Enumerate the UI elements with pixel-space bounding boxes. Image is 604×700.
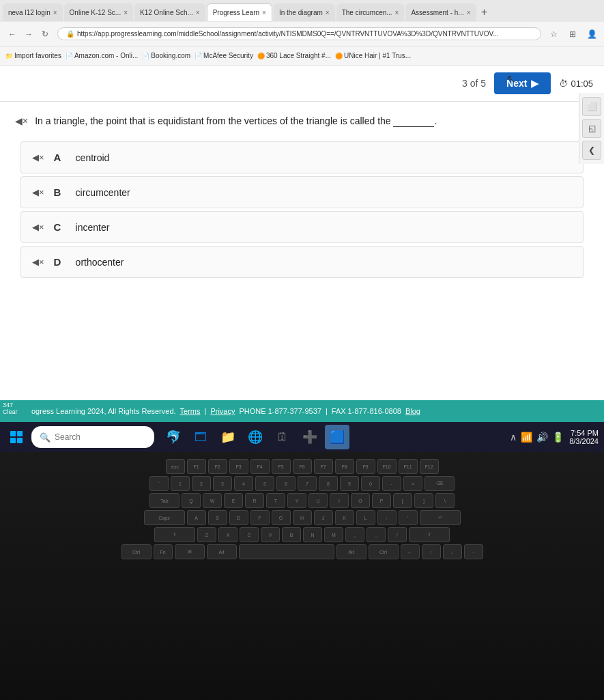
key-arrow-right[interactable]: → bbox=[464, 544, 483, 559]
key-y[interactable]: Y bbox=[287, 493, 306, 508]
tab-in-diagram[interactable]: In the diagram × bbox=[274, 3, 335, 21]
key-r[interactable]: R bbox=[245, 493, 264, 508]
key-s[interactable]: S bbox=[208, 510, 227, 525]
key-a[interactable]: A bbox=[187, 510, 206, 525]
taskbar-app-6[interactable]: ➕ bbox=[298, 425, 322, 449]
key-f6[interactable]: F6 bbox=[293, 459, 312, 474]
key-u[interactable]: U bbox=[308, 493, 328, 508]
taskbar-search-input[interactable] bbox=[55, 432, 143, 442]
key-ctrl-right[interactable]: Ctrl bbox=[369, 544, 399, 559]
start-button[interactable] bbox=[5, 426, 27, 448]
key-f9[interactable]: F9 bbox=[356, 459, 375, 474]
key-period[interactable]: . bbox=[366, 527, 386, 542]
key-f1[interactable]: F1 bbox=[187, 459, 206, 474]
option-b[interactable]: ◀× B circumcenter bbox=[20, 176, 584, 208]
key-slash[interactable]: / bbox=[388, 527, 407, 542]
key-7[interactable]: 7 bbox=[298, 476, 317, 491]
key-arrow-down[interactable]: ↓ bbox=[443, 544, 462, 559]
key-j[interactable]: J bbox=[314, 510, 333, 525]
tab-close-icon[interactable]: × bbox=[124, 9, 128, 16]
key-ctrl-left[interactable]: Ctrl bbox=[121, 544, 152, 559]
tab-close-icon[interactable]: × bbox=[262, 9, 266, 16]
key-f3[interactable]: F3 bbox=[229, 459, 248, 474]
back-button[interactable]: ← bbox=[5, 27, 19, 41]
key-c[interactable]: C bbox=[240, 527, 259, 542]
key-backspace[interactable]: ⌫ bbox=[425, 476, 455, 491]
key-e[interactable]: E bbox=[224, 493, 243, 508]
key-8[interactable]: 8 bbox=[319, 476, 338, 491]
key-n[interactable]: N bbox=[303, 527, 322, 542]
taskbar-search-box[interactable]: 🔍 bbox=[31, 426, 154, 448]
bookmark-unice[interactable]: 🟠 UNice Hair | #1 Trus... bbox=[335, 52, 411, 59]
option-d[interactable]: ◀× D orthocenter bbox=[20, 246, 584, 278]
highlighted-app[interactable]: 🟦 bbox=[325, 425, 349, 449]
key-alt-right[interactable]: Alt bbox=[336, 544, 366, 559]
key-enter[interactable]: ⏎ bbox=[420, 510, 461, 525]
tab-close-icon[interactable]: × bbox=[196, 9, 200, 16]
refresh-button[interactable]: ↻ bbox=[38, 27, 52, 41]
key-6[interactable]: 6 bbox=[276, 476, 296, 491]
tray-chevron-icon[interactable]: ∧ bbox=[510, 432, 517, 443]
sidebar-tool-2[interactable]: ◱ bbox=[582, 119, 601, 138]
tray-battery-icon[interactable]: 🔋 bbox=[552, 432, 564, 443]
key-f4[interactable]: F4 bbox=[250, 459, 270, 474]
key-f12[interactable]: F12 bbox=[420, 459, 439, 474]
profile-button[interactable]: 👤 bbox=[585, 27, 599, 41]
key-t[interactable]: T bbox=[266, 493, 285, 508]
key-1[interactable]: 1 bbox=[171, 476, 190, 491]
key-minus[interactable]: - bbox=[382, 476, 401, 491]
key-tab[interactable]: Tab bbox=[149, 493, 179, 508]
key-i[interactable]: I bbox=[330, 493, 349, 508]
next-button[interactable]: Next ▶ bbox=[494, 72, 551, 94]
taskbar-app-3[interactable]: 📁 bbox=[216, 425, 240, 449]
key-f11[interactable]: F11 bbox=[399, 459, 418, 474]
key-comma[interactable]: , bbox=[345, 527, 364, 542]
tab-online-k12[interactable]: Online K-12 Sc... × bbox=[64, 3, 133, 21]
key-4[interactable]: 4 bbox=[234, 476, 253, 491]
bookmark-amazon[interactable]: 📄 Amazon.com - Onli... bbox=[66, 52, 138, 59]
extensions-button[interactable]: ⊞ bbox=[566, 27, 579, 41]
key-9[interactable]: 9 bbox=[340, 476, 359, 491]
tab-close-icon[interactable]: × bbox=[53, 9, 57, 16]
key-f5[interactable]: F5 bbox=[272, 459, 291, 474]
footer-privacy-link[interactable]: Privacy bbox=[210, 407, 235, 415]
taskbar-app-2[interactable]: 🗔 bbox=[188, 425, 213, 449]
option-a-speaker-button[interactable]: ◀× bbox=[32, 152, 44, 163]
footer-terms-link[interactable]: Terms bbox=[180, 407, 201, 415]
address-bar[interactable]: 🔒 https://app.progresslearning.com/middl… bbox=[57, 27, 541, 40]
tab-close-icon[interactable]: × bbox=[395, 9, 399, 16]
tab-k12-online[interactable]: K12 Online Sch... × bbox=[134, 3, 205, 21]
option-c[interactable]: ◀× C incenter bbox=[20, 211, 584, 243]
taskbar-app-1[interactable]: 🐬 bbox=[161, 425, 186, 449]
key-z[interactable]: Z bbox=[197, 527, 216, 542]
tab-circumcenter[interactable]: The circumcen... × bbox=[336, 3, 405, 21]
option-a[interactable]: ◀× A centroid bbox=[20, 141, 584, 173]
key-arrow-left[interactable]: ← bbox=[401, 544, 420, 559]
key-q[interactable]: Q bbox=[182, 493, 201, 508]
tab-assessment[interactable]: Assessment - h... × bbox=[405, 3, 476, 21]
key-f7[interactable]: F7 bbox=[314, 459, 333, 474]
key-2[interactable]: 2 bbox=[192, 476, 211, 491]
tab-progress-learn[interactable]: Progress Learn × bbox=[207, 3, 272, 21]
key-p[interactable]: P bbox=[372, 493, 391, 508]
tray-network-icon[interactable]: 📶 bbox=[521, 432, 532, 443]
tab-nova[interactable]: neva l12 login × bbox=[3, 3, 63, 21]
key-w[interactable]: W bbox=[203, 493, 222, 508]
key-0[interactable]: 0 bbox=[361, 476, 380, 491]
tab-close-icon[interactable]: × bbox=[326, 9, 330, 16]
sidebar-tool-3[interactable]: ❮ bbox=[582, 141, 601, 160]
key-quote[interactable]: ' bbox=[399, 510, 418, 525]
key-shift-left[interactable]: ⇧ bbox=[154, 527, 195, 542]
key-o[interactable]: O bbox=[351, 493, 370, 508]
key-b[interactable]: B bbox=[282, 527, 301, 542]
key-arrow-up[interactable]: ↑ bbox=[422, 544, 441, 559]
new-tab-button[interactable]: + bbox=[478, 5, 491, 19]
key-5[interactable]: 5 bbox=[255, 476, 274, 491]
key-f[interactable]: F bbox=[250, 510, 270, 525]
key-x[interactable]: X bbox=[218, 527, 238, 542]
footer-blog-link[interactable]: Blog bbox=[405, 407, 420, 415]
bookmark-360lace[interactable]: 🟠 360 Lace Straight #... bbox=[257, 52, 331, 59]
key-rbracket[interactable]: ] bbox=[414, 493, 433, 508]
option-d-speaker-button[interactable]: ◀× bbox=[32, 257, 44, 267]
option-c-speaker-button[interactable]: ◀× bbox=[32, 222, 44, 232]
